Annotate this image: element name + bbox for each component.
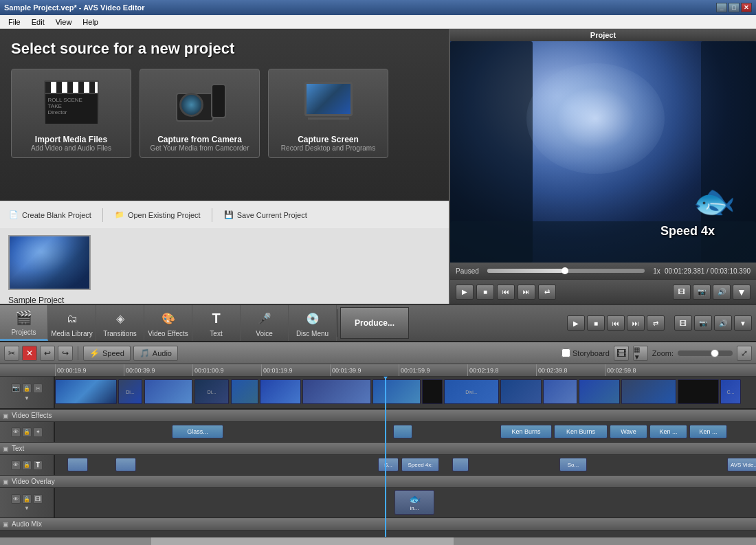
text-clip-so[interactable]: So...: [559, 458, 587, 471]
camera-track-icon[interactable]: 📷: [11, 383, 21, 393]
video-clip-3[interactable]: [144, 379, 192, 404]
preview-progress-slider[interactable]: [487, 269, 645, 273]
track-expand[interactable]: ▼: [24, 395, 30, 401]
ov-eye-icon[interactable]: 👁: [11, 494, 21, 504]
storyboard-checkbox[interactable]: [562, 348, 570, 357]
video-clip-7[interactable]: [302, 379, 371, 404]
tab-film-button[interactable]: 🎞: [674, 315, 692, 331]
overlay-scroll[interactable]: ▼: [24, 505, 30, 511]
overlay-section-header[interactable]: ▣ Video Overlay: [0, 476, 756, 488]
delete-button[interactable]: ✕: [22, 346, 37, 361]
overlay-expand-icon[interactable]: ▣: [3, 478, 9, 485]
video-clip-5[interactable]: [231, 379, 258, 404]
import-media-option[interactable]: ROLL SCENE TAKEDirector Import Media Fil…: [11, 69, 131, 158]
stop-button[interactable]: ■: [476, 285, 494, 300]
sample-project-thumb[interactable]: [8, 235, 91, 290]
tab-next-button[interactable]: ⏭: [627, 315, 645, 331]
lock-track-icon[interactable]: 🔒: [22, 383, 32, 393]
ve-fx-icon[interactable]: ✦: [33, 427, 43, 437]
undo-button[interactable]: ↩: [40, 346, 55, 361]
settings-button[interactable]: ▼: [733, 285, 751, 300]
tab-snap-button[interactable]: 📷: [694, 315, 712, 331]
ken-burns-2[interactable]: Ken Burns: [500, 425, 552, 438]
text-clip-4[interactable]: [452, 458, 469, 471]
text-clip-2[interactable]: [115, 458, 136, 471]
prev-frame-button[interactable]: ⏮: [497, 285, 515, 300]
ken-burns-3[interactable]: Ken Burns: [554, 425, 608, 438]
tab-video-effects[interactable]: 🎨 Video Effects: [144, 305, 192, 341]
tab-loop-button[interactable]: ⇄: [647, 315, 665, 331]
text-eye-icon[interactable]: 👁: [11, 460, 21, 470]
video-clip-12[interactable]: [543, 379, 577, 404]
tab-voice[interactable]: 🎤 Voice: [241, 305, 289, 341]
video-clip-8[interactable]: [373, 379, 421, 404]
video-clip-15[interactable]: [678, 379, 719, 404]
tab-text[interactable]: T Text: [192, 305, 241, 341]
save-current-project[interactable]: 💾 Save Current Project: [223, 210, 307, 221]
tab-play-button[interactable]: ▶: [567, 315, 585, 331]
cut-button[interactable]: ✂: [4, 346, 19, 361]
text-expand-icon[interactable]: ▣: [3, 445, 9, 452]
zoom-slider[interactable]: [678, 351, 733, 356]
tab-disc-menu[interactable]: 💿 Disc Menu: [289, 305, 337, 341]
open-existing-project[interactable]: 📁 Open Existing Project: [114, 210, 201, 221]
film-view-button[interactable]: 🎞: [673, 285, 691, 300]
ov-lock-icon[interactable]: 🔒: [22, 494, 32, 504]
video-track-content[interactable]: Di... Di...: [55, 377, 756, 408]
tab-transitions[interactable]: ◈ Transitions: [96, 305, 144, 341]
tab-audio-button[interactable]: 🔊: [714, 315, 732, 331]
ken-5[interactable]: Ken ...: [689, 425, 727, 438]
view-mode-button[interactable]: ▦ ▼: [633, 346, 648, 361]
menu-help[interactable]: Help: [77, 16, 104, 27]
video-clip-11[interactable]: [500, 379, 542, 404]
wave-effect[interactable]: Wave: [610, 425, 647, 438]
tab-prev-button[interactable]: ⏮: [607, 315, 625, 331]
audio-expand-icon[interactable]: ▣: [3, 521, 9, 528]
glass-effect[interactable]: Glass...: [172, 425, 223, 438]
ve-eye-icon[interactable]: 👁: [11, 427, 21, 437]
text-t-icon[interactable]: T: [33, 460, 43, 470]
fit-button[interactable]: ⤢: [737, 346, 752, 361]
video-effects-expand-icon[interactable]: ▣: [3, 412, 9, 419]
ov-film-icon[interactable]: 🎞: [33, 494, 43, 504]
minimize-button[interactable]: _: [716, 3, 727, 12]
next-frame-button[interactable]: ⏭: [518, 285, 535, 300]
menu-view[interactable]: View: [50, 16, 78, 27]
text-clip-avs[interactable]: AVS Vide...: [727, 458, 756, 471]
audio-button[interactable]: 🔊: [713, 285, 731, 300]
fish-overlay-clip[interactable]: 🐟 in...: [394, 490, 434, 515]
text-clip-1[interactable]: [67, 458, 88, 471]
close-button[interactable]: ✕: [741, 3, 752, 12]
storyboard-toggle[interactable]: Storyboard: [562, 348, 610, 357]
tab-projects[interactable]: 🎬 Projects: [0, 305, 48, 341]
horizontal-scrollbar[interactable]: [0, 537, 756, 545]
play-button[interactable]: ▶: [456, 285, 474, 300]
capture-screen-option[interactable]: Capture Screen Record Desktop and Progra…: [268, 69, 388, 158]
capture-camera-option[interactable]: Capture from Camera Get Your Media from …: [140, 69, 260, 158]
audio-mix-section-header[interactable]: ▣ Audio Mix: [0, 518, 756, 531]
video-effects-content[interactable]: Glass... Ken Burns Ken Burns Wave Ken ..…: [55, 422, 756, 442]
maximize-button[interactable]: □: [729, 3, 740, 12]
video-clip-14[interactable]: [621, 379, 676, 404]
ken-burns-1[interactable]: [393, 425, 412, 438]
menu-file[interactable]: File: [3, 16, 26, 27]
tab-media-library[interactable]: 🗂 Media Library: [48, 305, 96, 341]
video-effects-section-header[interactable]: ▣ Video Effects: [0, 410, 756, 422]
video-clip-2[interactable]: Di...: [118, 379, 142, 404]
ve-lock-icon[interactable]: 🔒: [22, 427, 32, 437]
tab-more-button[interactable]: ▼: [734, 315, 752, 331]
produce-button[interactable]: Produce...: [340, 307, 409, 339]
video-clip-4[interactable]: Di...: [194, 379, 229, 404]
video-clip-10[interactable]: Divi...: [444, 379, 499, 404]
create-blank-project[interactable]: 📄 Create Blank Project: [8, 210, 91, 221]
text-track-content[interactable]: S... Speed 4x: So... AVS Vide...: [55, 455, 756, 475]
video-clip-1[interactable]: [55, 379, 117, 404]
ken-4[interactable]: Ken ...: [649, 425, 687, 438]
crop-track-icon[interactable]: ✂: [33, 383, 43, 393]
menu-edit[interactable]: Edit: [26, 16, 50, 27]
tab-stop-button[interactable]: ■: [587, 315, 605, 331]
video-clip-16[interactable]: C...: [720, 379, 741, 404]
video-clip-6[interactable]: [260, 379, 301, 404]
video-clip-13[interactable]: [579, 379, 620, 404]
text-clip-s[interactable]: S...: [378, 458, 399, 471]
